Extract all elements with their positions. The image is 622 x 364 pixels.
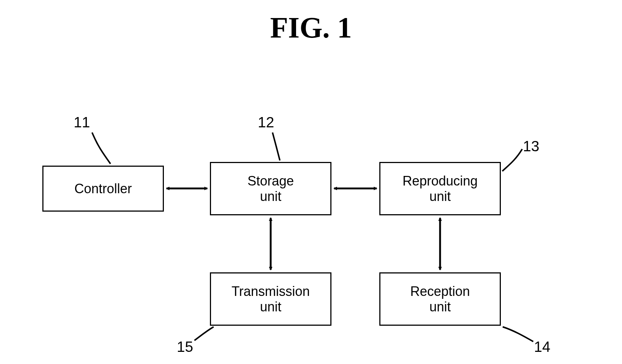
box-reproducing: Reproducingunit	[379, 162, 501, 215]
box-transmission: Transmissionunit	[210, 272, 331, 326]
figure-title: FIG. 1	[0, 11, 622, 45]
leader-11	[92, 132, 110, 164]
num-reception: 14	[534, 339, 551, 355]
num-transmission: 15	[177, 339, 193, 355]
box-reception-label: Receptionunit	[410, 284, 470, 314]
leader-15	[194, 327, 214, 340]
box-transmission-label: Transmissionunit	[232, 284, 310, 314]
box-reproducing-label: Reproducingunit	[403, 173, 478, 204]
num-controller: 11	[74, 114, 90, 131]
leader-12	[273, 132, 280, 160]
box-storage-label: Storageunit	[247, 173, 294, 204]
box-controller: Controller	[42, 166, 164, 212]
num-reproducing: 13	[523, 138, 540, 155]
leader-14	[503, 327, 533, 342]
num-storage: 12	[258, 114, 274, 131]
box-reception: Receptionunit	[379, 272, 501, 326]
box-storage: Storageunit	[210, 162, 331, 215]
box-controller-label: Controller	[74, 181, 132, 196]
leader-13	[502, 149, 522, 171]
